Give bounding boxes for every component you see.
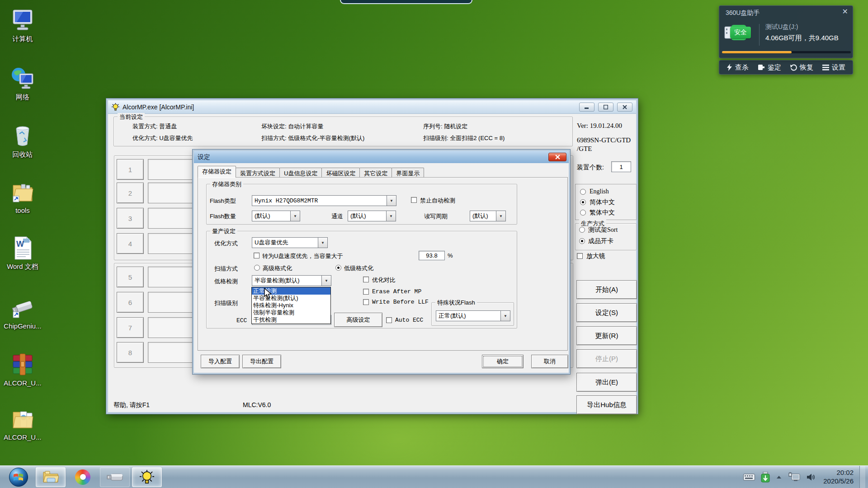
desktop-icon-chipgenius[interactable]: ChipGeniu... [2,295,43,330]
taskbar-explorer-button[interactable] [36,467,66,487]
desktop-icon-recycle-bin[interactable]: 回收站 [2,123,43,158]
desktop-icon-word[interactable]: W Word 文档 [2,235,43,270]
optimize-compare-checkbox[interactable] [363,277,369,282]
settings-button[interactable]: 设定(S) [576,303,637,322]
port-button-7[interactable]: 7 [117,317,144,338]
flash-type-dropdown[interactable]: Hynix H27QDG8M2MTR ▼ [252,195,396,206]
optimize-mode-dropdown[interactable]: U盘容量优先 ▼ [252,237,328,248]
taskbar-alcormp-button[interactable] [132,467,162,487]
mass-production-group-label: 量产设定 [210,227,237,235]
flash-count-dropdown[interactable]: (默认) ▼ [252,211,300,221]
auto-ecc-checkbox[interactable] [386,317,392,323]
safely-remove-usb-tray-icon[interactable] [761,472,770,483]
keyboard-tray-icon[interactable] [743,474,755,481]
desktop-icon-computer[interactable]: 计算机 [2,7,43,42]
desktop-icon-tools[interactable]: tools [2,179,43,214]
write-before-llf-checkbox[interactable] [363,299,369,305]
radio-traditional-chinese[interactable] [580,210,586,216]
desktop-icon-alcor-rar[interactable]: ALCOR_U... [2,352,43,387]
collapsed-top-panel[interactable] [340,0,472,4]
start-button[interactable]: 开始(A) [576,280,637,299]
usb-helper-close-icon[interactable]: ✕ [842,8,848,15]
advanced-settings-button[interactable]: 高级设定 [334,313,382,327]
special-flash-dropdown[interactable]: 正常(默认) ▼ [436,310,510,321]
tab-other-settings[interactable]: 其它设定 [359,168,392,178]
dropdown-arrow-icon[interactable]: ▼ [387,211,396,221]
tab-storage-settings[interactable]: 存储器设定 [198,166,236,178]
disable-autodetect-checkbox[interactable] [411,197,417,203]
alcormp-titlebar[interactable]: AlcorMP.exe [AlcorMP.ini] [108,100,636,114]
close-button[interactable] [617,103,632,112]
list-option-special-hynix[interactable]: 特殊检测-Hynix [252,302,330,309]
dropdown-arrow-icon[interactable]: ▼ [322,275,331,286]
llf-detect-label: 低格检测 [214,277,238,286]
radio-english[interactable] [580,189,586,195]
show-desktop-button[interactable] [859,466,865,488]
desktop-icon-label: ALCOR_U... [2,433,43,441]
radio-lowlevel-format[interactable] [335,265,341,271]
list-option-interference[interactable]: 干扰检测 [252,316,330,324]
radio-english-label: English [590,188,609,195]
maximize-button[interactable] [598,103,613,112]
port-button-4[interactable]: 4 [117,233,144,254]
special-flash-label: 特殊状况Flash [435,299,477,307]
cancel-button[interactable]: 取消 [531,355,568,368]
update-button[interactable]: 更新(R) [576,326,637,345]
taskbar-browser-button[interactable] [68,467,98,487]
dialog-close-button[interactable] [548,153,566,161]
auto-ecc-label: Auto ECC [395,317,423,324]
tab-device-mode-settings[interactable]: 装置方式设定 [236,168,280,178]
restore-button[interactable]: 恢复 [790,63,813,72]
dropdown-arrow-icon[interactable]: ▼ [496,211,506,221]
desktop-icon-label: 网络 [2,93,43,101]
rw-cycle-dropdown[interactable]: (默认) ▼ [470,211,506,221]
llf-detect-dropdown[interactable]: 半容量检测(默认) ▼ [252,275,331,286]
speed-priority-checkbox[interactable] [254,253,259,258]
identify-button[interactable]: 鉴定 [758,63,781,72]
erase-after-mp-checkbox[interactable] [363,289,369,295]
port-button-5[interactable]: 5 [117,267,144,287]
dropdown-arrow-icon[interactable]: ▼ [318,237,328,248]
capacity-percent-field[interactable]: 93.8 [419,251,445,260]
import-config-button[interactable]: 导入配置 [201,355,240,368]
port-button-6[interactable]: 6 [117,292,144,313]
export-hub-button[interactable]: 导出Hub信息 [576,395,637,414]
dropdown-arrow-icon[interactable]: ▼ [501,310,510,321]
tab-usb-info-settings[interactable]: U盘信息设定 [279,168,322,178]
dropdown-arrow-icon[interactable]: ▼ [291,211,300,221]
radio-simplified-chinese[interactable] [580,199,586,205]
scan-virus-button[interactable]: 查杀 [726,63,749,72]
port-button-2[interactable]: 2 [117,183,144,203]
export-config-button[interactable]: 导出配置 [242,355,281,368]
start-button-orb[interactable] [4,467,33,487]
taskbar-clock[interactable]: 20:02 2020/5/26 [823,469,854,486]
settings-dialog-titlebar[interactable]: 设定 [194,151,569,163]
maximize-icon [604,105,608,109]
volume-tray-icon[interactable] [807,473,815,481]
magnifier-checkbox[interactable] [577,253,583,259]
radio-advanced-format[interactable] [254,265,260,271]
tab-ui-display[interactable]: 界面显示 [392,168,424,178]
desktop-icon-alcor-folder[interactable]: ALCOR_U... [2,406,43,441]
lightning-icon [726,64,732,71]
minimize-button[interactable] [579,103,594,112]
port-button-3[interactable]: 3 [117,208,144,229]
dropdown-arrow-icon[interactable]: ▼ [387,195,396,206]
eject-button[interactable]: 弹出(E) [576,373,637,392]
taskbar: 20:02 2020/5/26 [0,465,868,488]
tray-expand-arrow-icon[interactable] [776,475,782,479]
port-button-1[interactable]: 1 [117,159,144,180]
radio-test-sort[interactable] [579,227,585,233]
network-tray-icon[interactable] [788,472,801,482]
channel-dropdown[interactable]: (默认) ▼ [348,211,396,221]
port-button-8[interactable]: 8 [117,342,144,363]
radio-finished-card[interactable] [579,238,585,244]
ok-button[interactable]: 确定 [482,355,524,368]
tab-bad-sector-settings[interactable]: 坏磁区设定 [321,168,360,178]
desktop-icon-network[interactable]: 网络 [2,66,43,101]
settings-360-button[interactable]: 设置 [822,63,845,72]
list-option-force-half[interactable]: 强制半容量检测 [252,309,330,316]
device-count-field[interactable]: 1 [611,161,631,172]
taskbar-usb-tool-button[interactable] [100,467,130,487]
settings-dialog: 设定 存储器设定 装置方式设定 U盘信息设定 坏磁区设定 其它设定 界面显示 存… [193,150,570,374]
